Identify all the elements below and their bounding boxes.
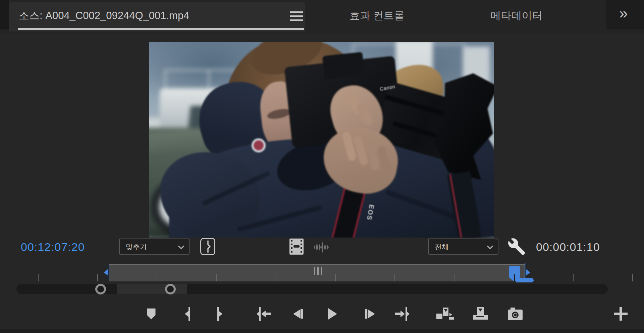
- wavy-divider-icon: [204, 240, 212, 253]
- step-forward-icon: [364, 307, 377, 321]
- video-labels: Canon EOS: [149, 42, 494, 238]
- step-back-button[interactable]: [288, 301, 308, 327]
- ruler-tick: [394, 274, 395, 281]
- settings-button[interactable]: [507, 237, 526, 257]
- ruler-tick: [335, 274, 336, 281]
- zoom-scrollbar-thumb[interactable]: [117, 284, 187, 294]
- step-forward-button[interactable]: [360, 301, 380, 327]
- chevron-down-icon: [487, 246, 493, 249]
- play-button[interactable]: [322, 301, 342, 327]
- ruler-tick: [38, 274, 39, 281]
- mark-out-icon: [215, 306, 223, 322]
- zoom-level-dropdown[interactable]: 맞추기: [119, 239, 190, 255]
- drag-video-only-button[interactable]: [289, 238, 304, 256]
- active-tab-underline: [18, 28, 304, 30]
- add-marker-button[interactable]: [141, 301, 161, 327]
- go-to-in-icon: [256, 306, 272, 322]
- tab-effect-controls[interactable]: 효과 컨트롤: [333, 9, 421, 23]
- filmstrip-icon: [289, 238, 304, 255]
- play-icon: [326, 307, 338, 321]
- playhead-slit: [514, 274, 515, 282]
- mark-out-button[interactable]: [209, 301, 229, 327]
- ruler-tick: [573, 274, 574, 281]
- waveform-icon: [313, 241, 331, 254]
- ruler-tick: [216, 274, 217, 281]
- overwrite-icon: [472, 306, 489, 322]
- range-drag-grip[interactable]: [314, 267, 325, 275]
- go-to-out-button[interactable]: [392, 301, 412, 327]
- chevron-down-icon: [178, 246, 184, 249]
- overwrite-button[interactable]: [470, 301, 490, 327]
- transport-controls: [0, 301, 644, 329]
- panel-menu-icon[interactable]: [290, 11, 303, 22]
- wrench-icon: [507, 237, 526, 256]
- panel-bottom-edge: [0, 329, 644, 333]
- comparison-view-button[interactable]: [200, 238, 215, 255]
- marker-icon: [146, 308, 156, 320]
- button-editor-button[interactable]: [611, 301, 631, 327]
- ruler-tick: [632, 274, 633, 281]
- mark-in-icon: [184, 306, 193, 322]
- go-to-in-button[interactable]: [254, 301, 274, 327]
- source-monitor-panel: 소스: A004_C002_09244Q_001.mp4 효과 컨트롤 메타데이…: [0, 0, 644, 333]
- in-point-chevron-icon: [104, 269, 108, 275]
- playhead[interactable]: [509, 266, 520, 282]
- playback-resolution-value: 전체: [435, 242, 449, 252]
- ruler-tick: [157, 274, 157, 281]
- ruler-tick: [97, 274, 98, 281]
- tab-bar-left-edge: [0, 0, 9, 29]
- video-preview: Canon EOS: [149, 42, 494, 238]
- mark-in-button[interactable]: [178, 301, 198, 327]
- zoom-scrollbar: [0, 284, 644, 295]
- step-back-icon: [291, 307, 305, 321]
- camera-icon: [507, 307, 523, 321]
- source-time-ruler[interactable]: [0, 263, 644, 283]
- strap-eos-text: EOS: [365, 204, 376, 221]
- export-frame-button[interactable]: [505, 301, 525, 327]
- zoom-scrollbar-track[interactable]: [16, 284, 608, 294]
- drag-audio-only-button[interactable]: [313, 241, 331, 255]
- ruler-tick: [454, 274, 454, 281]
- plus-icon: [613, 307, 628, 321]
- zoom-handle-left[interactable]: [95, 284, 106, 294]
- panel-overflow-chevron[interactable]: »: [619, 4, 628, 22]
- current-timecode[interactable]: 00:12:07:20: [21, 241, 85, 254]
- panel-tab-bar: 소스: A004_C002_09244Q_001.mp4 효과 컨트롤 메타데이…: [0, 0, 644, 34]
- canon-logo: Canon: [379, 83, 396, 92]
- out-point-chevron-icon: [526, 269, 530, 275]
- insert-button[interactable]: [435, 301, 455, 327]
- zoom-handle-right[interactable]: [165, 284, 176, 294]
- ruler-tick: [276, 274, 276, 281]
- in-point-marker[interactable]: [108, 263, 109, 281]
- go-to-out-icon: [394, 306, 410, 322]
- zoom-level-value: 맞추기: [126, 242, 147, 252]
- in-out-duration-timecode: 00:00:01:10: [536, 241, 600, 254]
- tab-source[interactable]: 소스: A004_C002_09244Q_001.mp4: [9, 2, 305, 31]
- insert-icon: [436, 306, 454, 322]
- source-tab-label: 소스: A004_C002_09244Q_001.mp4: [19, 9, 189, 23]
- playback-resolution-dropdown[interactable]: 전체: [428, 239, 498, 255]
- tab-metadata[interactable]: 메타데이터: [473, 9, 560, 23]
